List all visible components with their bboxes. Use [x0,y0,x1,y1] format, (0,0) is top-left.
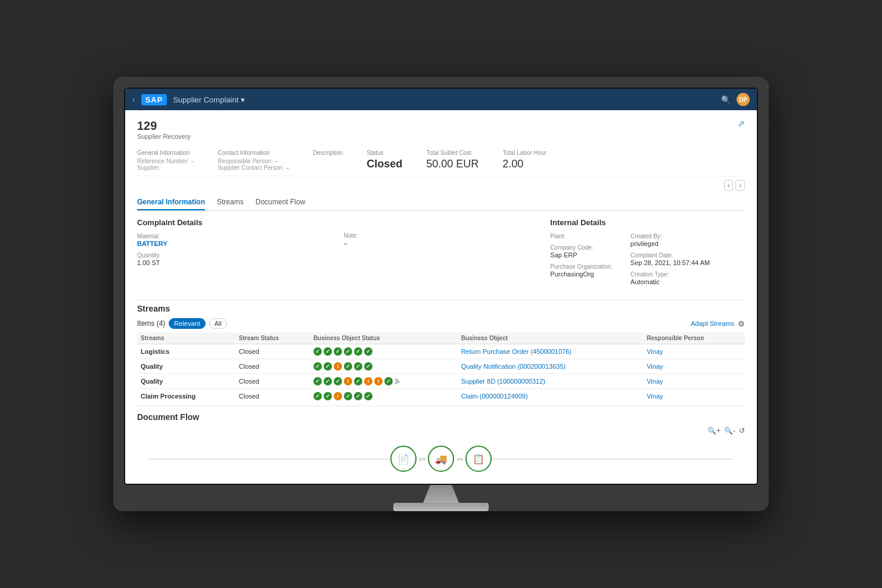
business-object-cell: Supplier 8D (100000000312) [458,374,644,389]
streams-section: Streams Items (4) Relevant All Adapt Str… [137,300,745,403]
purchase-org-label: Purchase Organization: [550,263,613,270]
stream-status-cell: Closed [235,374,310,389]
creation-type-value: Automatic [631,278,710,285]
total-sublet-cost-value: 50.00 EUR [426,158,479,170]
total-sublet-cost-section: Total Sublet Cost 50.00 EUR [426,150,479,170]
status-value: Closed [367,158,402,170]
status-icon: ! [344,377,352,385]
note-section: Note: – [344,218,539,290]
business-object-link[interactable]: Claim (000000124009) [461,393,528,400]
status-icon: ✓ [324,362,332,371]
status-icon: ✓ [313,392,322,400]
business-object-cell: Claim (000000124009) [458,389,644,404]
note-label: Note: [344,232,539,239]
created-by-label: Created By: [631,233,710,239]
total-labor-hour-label: Total Labor Hour [502,150,546,156]
stream-name-cell: Quality [137,359,235,374]
general-info-section: General Information Reference Number: – … [137,150,194,171]
responsible-person-link[interactable]: Vinay [647,378,663,385]
content-area: 129 Supplier Recovery ⬀ General Informat… [125,110,757,484]
plant-label: Plant: [550,233,613,239]
stream-name-cell: Claim Processing [137,389,235,404]
table-row: Claim ProcessingClosed✓✓!✓✓✓Claim (00000… [137,389,745,404]
status-icon: ✓ [334,377,342,385]
doc-node-icon-2: 🚚 [435,453,447,465]
reference-number-field: Reference Number: – [137,158,194,164]
status-icon: ! [374,377,383,385]
stream-name-cell: Logistics [137,344,235,359]
status-icon: ✓ [324,392,332,400]
total-labor-hour-section: Total Labor Hour 2.00 [502,150,546,170]
purchase-org-value: PurchasingOrg [550,270,613,278]
stream-status-cell: Closed [235,344,310,359]
tab-general-information[interactable]: General Information [137,194,205,210]
company-code-value: Sap ERP [550,251,613,259]
status-icon: ✓ [324,377,332,385]
zoom-in-icon[interactable]: 🔍+ [707,427,720,435]
status-icon: ! [364,377,372,385]
business-object-status-cell: ✓✓!✓✓✓ [310,389,458,404]
doc-flow-controls: 🔍+ 🔍- ↺ [137,427,745,435]
business-object-link[interactable]: Supplier 8D (100000000312) [461,378,545,385]
stream-name: Quality [141,363,163,370]
prev-nav-button[interactable]: ‹ [724,180,734,191]
search-icon[interactable]: 🔍 [721,95,731,104]
status-icon: ✓ [364,347,372,356]
adapt-streams-link[interactable]: Adapt Streams [691,320,734,327]
complaint-details-section: Complaint Details Material: BATTERY Quan… [137,218,332,290]
page-subtitle: Supplier Recovery [137,133,191,140]
doc-node-icon-3: 📋 [473,453,485,465]
contact-info-section: Contact Information Responsible Person: … [218,150,290,171]
title-dropdown-arrow[interactable]: ▾ [241,95,245,104]
material-value[interactable]: BATTERY [137,240,332,247]
responsible-person-cell: Vinay [643,389,745,404]
flow-node-3[interactable]: 📋 [465,446,492,472]
flow-node-1[interactable]: 📄 [390,446,417,472]
sap-logo: SAP [141,94,167,105]
complaint-date-value: Sep 28, 2021, 10:57:44 AM [631,259,710,266]
responsible-person-link[interactable]: Vinay [647,393,663,400]
creation-type-label: Creation Type: [631,271,710,278]
streams-table: Streams Stream Status Business Object St… [137,332,745,403]
supplier-field: Supplier: [137,164,194,171]
doc-node-icon-1: 📄 [397,453,409,465]
back-button[interactable]: ‹ [132,95,135,104]
external-link-icon[interactable]: ⬀ [738,119,745,128]
table-row: QualityClosed✓✓!✓✓✓Quality Notification … [137,359,745,374]
total-labor-hour-value: 2.00 [502,158,546,170]
material-label: Material: [137,233,332,239]
tab-document-flow[interactable]: Document Flow [256,194,305,210]
responsible-person-link[interactable]: Vinay [647,348,663,355]
status-icon: ! [334,392,342,400]
reset-icon[interactable]: ↺ [739,427,745,435]
expand-icon[interactable]: 3› [395,378,400,385]
responsible-person-cell: Vinay [643,344,745,359]
flow-node-2[interactable]: 🚚 [428,446,454,472]
col-business-object: Business Object [458,332,644,344]
filter-relevant-button[interactable]: Relevant [169,318,205,329]
quantity-label: Quantity: [137,252,332,259]
status-icon: ✓ [313,347,322,356]
tab-streams[interactable]: Streams [217,194,244,210]
business-object-link[interactable]: Return Purchase Order (4500001076) [461,348,572,355]
doc-flow-diagram: 📄 »» 🚚 »» 📋 [137,440,745,478]
filter-all-button[interactable]: All [209,318,227,329]
status-icon: ✓ [344,347,352,356]
zoom-out-icon[interactable]: 🔍- [724,427,735,435]
stand-neck [423,485,459,503]
business-object-cell: Quality Notification (000200013635) [458,359,644,374]
responsible-person-cell: Vinay [643,359,745,374]
business-object-link[interactable]: Quality Notification (000200013635) [461,363,566,370]
responsible-person-link[interactable]: Vinay [647,363,663,370]
status-icon: ✓ [344,392,352,400]
status-label: Status [367,150,402,156]
user-avatar[interactable]: DP [737,93,750,106]
next-nav-button[interactable]: › [735,180,745,191]
total-sublet-cost-label: Total Sublet Cost [426,150,479,156]
business-object-status-cell: ✓✓!✓✓✓ [310,359,458,374]
company-code-label: Company Code: [550,244,613,251]
status-icon: ! [334,362,342,371]
monitor-stand [124,485,758,511]
streams-settings-icon[interactable]: ⚙ [738,319,745,328]
supplier-contact-field: Supplier Contact Person: – [218,164,290,171]
